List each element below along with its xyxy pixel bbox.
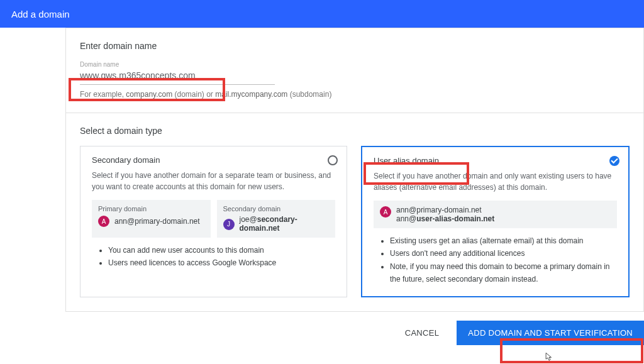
domain-helper-text: For example, company.com (domain) or mai… [80,90,630,99]
cursor-icon [545,352,553,361]
select-type-heading: Select a domain type [80,126,630,136]
primary-domain-example: Primary domain A ann@primary-domain.net [92,200,211,238]
page-header: Add a domain [0,0,644,28]
radio-unselected-icon [328,155,338,165]
cancel-button[interactable]: CANCEL [396,322,448,344]
secondary-desc: Select if you have another domain for a … [92,170,335,192]
add-domain-button[interactable]: ADD DOMAIN AND START VERIFICATION [457,321,644,345]
page-title: Add a domain [11,9,70,19]
alias-title: User alias domain [374,156,617,165]
alias-bullets: Existing users get an alias (alternate e… [374,234,617,286]
dialog-footer: CANCEL ADD DOMAIN AND START VERIFICATION [65,312,644,345]
check-selected-icon [609,156,619,166]
select-type-card: Select a domain type Secondary domain Se… [65,113,644,312]
secondary-domain-example: Secondary domain J joe@secondary-domain.… [217,200,336,238]
alias-example: A ann@primary-domain.net ann@user-alias-… [374,201,617,228]
domain-input[interactable] [80,68,275,85]
alias-desc: Select if you have another domain and on… [374,170,617,193]
domain-input-label: Domain name [80,61,275,68]
secondary-bullets: You can add new user accounts to this do… [92,244,335,270]
avatar-a-icon: A [380,206,391,218]
option-secondary-domain[interactable]: Secondary domain Select if you have anot… [80,146,347,297]
secondary-title: Secondary domain [92,155,335,165]
enter-domain-card: Enter domain name Domain name For exampl… [65,28,644,113]
enter-domain-heading: Enter domain name [80,41,630,51]
main-content: Enter domain name Domain name For exampl… [0,28,644,345]
avatar-j-icon: J [223,219,235,230]
avatar-a-icon: A [98,216,109,227]
option-user-alias-domain[interactable]: User alias domain Select if you have ano… [361,146,630,297]
